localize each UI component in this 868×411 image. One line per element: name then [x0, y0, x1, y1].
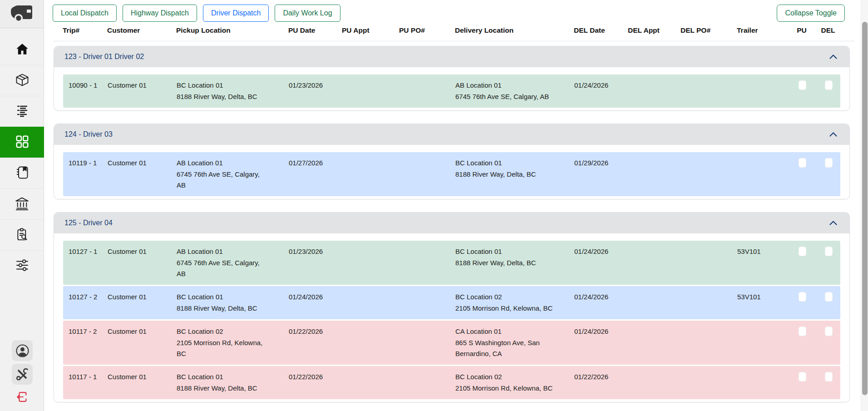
- sidebar-item-profile[interactable]: [12, 340, 33, 361]
- column-header-pu: PU: [787, 26, 817, 35]
- column-header-delivery-location: Delivery Location: [455, 26, 574, 35]
- del-po: [681, 80, 737, 102]
- tab-local-dispatch[interactable]: Local Dispatch: [53, 5, 117, 22]
- pu-po: [399, 371, 455, 394]
- trip-row[interactable]: 10090 - 1 Customer 01 BC Location 01 818…: [63, 74, 840, 108]
- sidebar-item-dispatch-board[interactable]: [0, 127, 44, 158]
- trailer: [737, 326, 787, 359]
- group-header[interactable]: 125 - Driver 04: [54, 213, 849, 233]
- sidebar: [0, 0, 44, 411]
- pickup-location-name: AB Location 01: [177, 158, 270, 168]
- del-po: [681, 292, 737, 314]
- sidebar-item-search-records[interactable]: [0, 219, 44, 250]
- delivery-location-name: BC Location 02: [455, 371, 555, 382]
- dispatch-group: 125 - Driver 04 10127 - 1 Customer 01 AB…: [54, 212, 850, 402]
- trailer: 53V101: [737, 246, 787, 279]
- pu-po: [399, 80, 455, 102]
- tab-daily-work-log[interactable]: Daily Work Log: [275, 5, 340, 22]
- pu-appt: [342, 371, 399, 394]
- column-header-del-po: DEL PO#: [681, 26, 737, 35]
- group-title: 124 - Driver 03: [64, 130, 113, 139]
- user-circle-icon: [15, 343, 30, 358]
- del-checkbox[interactable]: [825, 372, 833, 381]
- pu-date: 01/23/2026: [289, 80, 342, 102]
- pu-date: 01/24/2026: [289, 292, 342, 314]
- chevron-up-icon[interactable]: [829, 54, 838, 59]
- sidebar-item-accounting[interactable]: [0, 188, 44, 219]
- trip-row[interactable]: 10117 - 2 Customer 01 BC Location 02 210…: [63, 321, 840, 365]
- column-header-pu-po: PU PO#: [399, 26, 455, 35]
- app-window: Local DispatchHighway DispatchDriver Dis…: [0, 0, 868, 411]
- chevron-up-icon[interactable]: [829, 220, 838, 226]
- pickup-location-name: BC Location 01: [177, 371, 270, 382]
- pickup-location-name: BC Location 01: [177, 292, 270, 302]
- column-header-pu-date: PU Date: [288, 26, 342, 35]
- collapse-toggle-button[interactable]: Collapse Toggle: [777, 5, 845, 22]
- del-po: [681, 326, 737, 359]
- del-checkbox[interactable]: [825, 158, 833, 168]
- del-appt: [628, 292, 681, 314]
- trip-number: 10127 - 2: [63, 292, 108, 314]
- sidebar-item-shipments[interactable]: [0, 65, 44, 96]
- del-checkbox[interactable]: [825, 247, 833, 256]
- scrollbar-thumb[interactable]: [862, 22, 868, 395]
- pu-checkbox[interactable]: [799, 372, 806, 381]
- column-header-del-appt: DEL Appt: [628, 26, 681, 35]
- pu-date: 01/22/2026: [289, 326, 342, 359]
- pu-checkbox[interactable]: [799, 247, 806, 256]
- pu-po: [399, 292, 455, 314]
- trip-number: 10127 - 1: [63, 246, 108, 279]
- tab-highway-dispatch[interactable]: Highway Dispatch: [123, 5, 197, 22]
- group-rows: 10127 - 1 Customer 01 AB Location 01 674…: [54, 233, 849, 402]
- pu-checkbox[interactable]: [799, 158, 806, 168]
- trip-row[interactable]: 10119 - 1 Customer 01 AB Location 01 674…: [63, 152, 840, 196]
- trip-row[interactable]: 10127 - 2 Customer 01 BC Location 01 818…: [63, 286, 840, 319]
- trailer: [737, 80, 787, 102]
- column-header-del-date: DEL Date: [574, 26, 628, 35]
- del-appt: [628, 371, 681, 394]
- logout-icon: [15, 390, 29, 404]
- sidebar-item-logout[interactable]: [15, 390, 30, 404]
- sidebar-nav: [0, 34, 44, 281]
- package-icon: [15, 73, 30, 89]
- app-logo: [0, 0, 44, 28]
- tab-driver-dispatch[interactable]: Driver Dispatch: [203, 5, 269, 22]
- sidebar-item-orders-list[interactable]: [0, 96, 44, 127]
- sidebar-item-home[interactable]: [0, 34, 44, 65]
- trip-number: 10117 - 1: [63, 371, 108, 394]
- group-header[interactable]: 124 - Driver 03: [54, 124, 849, 145]
- dispatch-group: 123 - Driver 01 Driver 02 10090 - 1 Cust…: [54, 46, 850, 111]
- pu-checkbox[interactable]: [799, 292, 806, 302]
- pu-appt: [342, 80, 399, 102]
- column-header-del: DEL: [817, 26, 839, 35]
- trip-row[interactable]: 10117 - 1 Customer 01 BC Location 01 818…: [63, 366, 840, 399]
- column-header-trip: Trip#: [63, 26, 107, 35]
- group-rows: 10090 - 1 Customer 01 BC Location 01 818…: [54, 67, 849, 110]
- delivery-location-name: BC Location 01: [455, 158, 555, 168]
- sidebar-item-preferences[interactable]: [0, 250, 44, 281]
- delivery-location-name: BC Location 02: [455, 292, 555, 302]
- pu-date: 01/22/2026: [289, 371, 342, 394]
- trip-row[interactable]: 10127 - 1 Customer 01 AB Location 01 674…: [63, 241, 840, 285]
- pu-checkbox[interactable]: [799, 80, 806, 90]
- column-header-customer: Customer: [107, 26, 176, 35]
- grid-icon: [15, 134, 30, 151]
- del-po: [681, 246, 737, 279]
- dispatch-groups: 123 - Driver 01 Driver 02 10090 - 1 Cust…: [54, 46, 850, 411]
- del-checkbox[interactable]: [825, 80, 833, 90]
- group-header[interactable]: 123 - Driver 01 Driver 02: [54, 46, 849, 67]
- pickup-location-address: 8188 River Way, Delta, BC: [177, 91, 270, 102]
- pu-po: [399, 158, 455, 191]
- customer-name: Customer 01: [108, 246, 177, 279]
- pu-checkbox[interactable]: [799, 327, 806, 336]
- del-checkbox[interactable]: [825, 292, 833, 302]
- column-header-pu-appt: PU Appt: [342, 26, 399, 35]
- del-checkbox[interactable]: [825, 327, 833, 336]
- sidebar-item-tools[interactable]: [12, 364, 33, 385]
- sidebar-item-journal[interactable]: [0, 158, 44, 188]
- del-date: 01/24/2026: [574, 80, 628, 102]
- pu-appt: [342, 326, 399, 359]
- delivery-location-address: 2105 Morrison Rd, Kelowna, BC: [455, 303, 555, 314]
- chevron-up-icon[interactable]: [829, 132, 838, 137]
- vertical-scrollbar[interactable]: [861, 0, 868, 411]
